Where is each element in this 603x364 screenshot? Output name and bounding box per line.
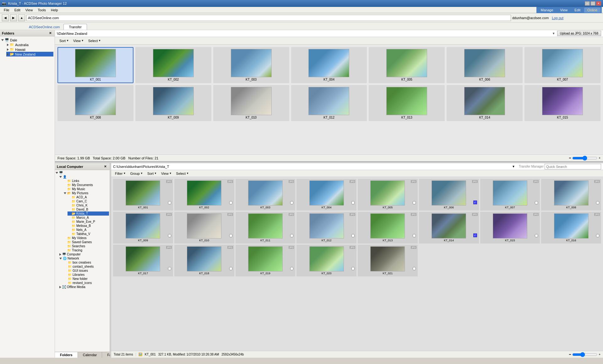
close-button[interactable]: ✕ <box>596 1 601 6</box>
local-folder-nelsa[interactable]: 📁 Nels_A <box>68 228 109 232</box>
local-thumb-KT_021[interactable]: JPG KT_021 <box>358 245 418 276</box>
local-folder-myvideos[interactable]: 📁 My Videos <box>63 236 109 240</box>
local-thumb-KT_011[interactable]: JPG KT_011 <box>236 212 296 244</box>
local-folder-tracing[interactable]: 📁 Tracing <box>63 248 109 252</box>
local-thumb-KT_002[interactable]: JPG KT_002 <box>174 179 234 211</box>
local-folder-melissab[interactable]: 📁 Melissa_B <box>68 224 109 228</box>
local-thumb-KT_012[interactable]: JPG KT_012 <box>296 212 356 244</box>
mode-tab-manage[interactable]: Manage <box>538 8 557 13</box>
thumb-checkbox-KT_020[interactable] <box>351 267 355 270</box>
mode-tab-edit[interactable]: Edit <box>571 8 584 13</box>
remote-thumb-KT_004[interactable]: KT_004 <box>291 47 367 83</box>
folder-dale[interactable]: 🖥️ Dale <box>1 38 53 42</box>
local-thumb-KT_005[interactable]: JPG KT_005 <box>358 179 418 211</box>
thumb-checkbox-KT_005[interactable] <box>413 201 416 204</box>
folder-hawaii[interactable]: 📁 Hawaii <box>6 47 53 52</box>
local-close-button[interactable]: ✕ <box>103 164 108 169</box>
local-thumb-KT_006[interactable]: JPG KT_006 ✓ <box>419 179 479 211</box>
local-thumb-KT_017[interactable]: JPG KT_017 <box>113 245 173 276</box>
menu-file[interactable]: File <box>1 8 12 13</box>
remote-thumb-KT_015[interactable]: KT_015 <box>524 85 600 121</box>
local-folder-acda[interactable]: 📁 ACD_A <box>68 195 109 199</box>
tab-acdsee-online[interactable]: ACDSeeOnline.com <box>25 24 63 30</box>
menu-view[interactable]: View <box>23 8 35 13</box>
local-folder-mydocs[interactable]: 📁 My Documents <box>63 183 109 187</box>
local-folder-chrisk[interactable]: 📁 Chris_K <box>68 203 109 207</box>
local-folder-kristat[interactable]: 📂 Krista_T <box>68 211 109 216</box>
local-folder-links[interactable]: 📁 Links <box>63 179 109 183</box>
local-thumb-KT_003[interactable]: JPG KT_003 <box>236 179 296 211</box>
local-thumb-KT_014[interactable]: JPG KT_014 ✓ <box>419 212 479 244</box>
zoom-slider-remote[interactable] <box>572 156 597 160</box>
local-thumb-KT_015[interactable]: JPG KT_015 <box>480 212 540 244</box>
local-folder-mymusic[interactable]: 📁 My Music <box>63 187 109 191</box>
folders-close-button[interactable]: ✕ <box>48 31 53 35</box>
local-folder-newfolder[interactable]: 📁 New folder <box>64 277 109 281</box>
local-select-button[interactable]: Select ▼ <box>174 171 191 176</box>
local-folder-davidb[interactable]: 📁 David_B <box>68 207 109 211</box>
tab-folders[interactable]: Folders <box>55 352 78 358</box>
filter-button[interactable]: Filter ▼ <box>113 171 128 176</box>
view-button[interactable]: View ▼ <box>71 38 86 43</box>
mode-tab-online[interactable]: Online <box>584 8 600 13</box>
mode-tab-view[interactable]: View <box>557 8 571 13</box>
local-group-button[interactable]: Group ▼ <box>128 171 145 176</box>
thumb-checkbox-KT_015[interactable] <box>535 234 538 237</box>
local-folder-libraries[interactable]: 📁 Libraries <box>64 273 109 277</box>
thumb-checkbox-KT_021[interactable] <box>413 267 416 270</box>
thumb-checkbox-KT_009[interactable] <box>168 234 171 237</box>
thumb-checkbox-KT_019[interactable] <box>290 267 293 270</box>
tab-calendar[interactable]: Calendar <box>78 352 102 358</box>
search-input[interactable] <box>545 164 601 169</box>
thumb-checkbox-KT_001[interactable] <box>168 201 171 204</box>
address-bar[interactable] <box>26 15 511 21</box>
zoom-in-remote[interactable]: + <box>599 156 600 160</box>
local-thumb-KT_019[interactable]: JPG KT_019 <box>236 245 296 276</box>
folder-australia[interactable]: 📁 Australia <box>6 42 53 47</box>
remote-thumb-KT_002[interactable]: KT_002 <box>135 47 211 83</box>
local-folder-boxcreatives[interactable]: 📁 box creatives <box>64 260 109 265</box>
remote-thumb-KT_014[interactable]: KT_014 <box>447 85 523 121</box>
menu-tools[interactable]: Tools <box>35 8 48 13</box>
local-path-dropdown[interactable]: ▼ <box>512 165 515 168</box>
thumb-checkbox-KT_002[interactable] <box>229 201 232 204</box>
local-folder-offlinemedia[interactable]: 💽 Offline Media <box>56 285 109 289</box>
thumb-checkbox-KT_008[interactable] <box>596 201 599 204</box>
local-folder-tabithav[interactable]: 📁 Tabitha_V <box>68 232 109 236</box>
folder-new-zealand[interactable]: 📂 New Zealand <box>6 52 53 56</box>
tab-transfer[interactable]: Transfer <box>63 24 87 30</box>
upload-button[interactable]: Upload as JPG: 1024 x 768 <box>557 31 601 36</box>
local-folder-guiissues[interactable]: 📁 GUI issues <box>64 269 109 273</box>
local-folder-computer[interactable]: 🖥️ Computer <box>56 252 109 256</box>
menu-help[interactable]: Help <box>48 8 61 13</box>
thumb-checkbox-KT_011[interactable] <box>290 234 293 237</box>
remote-thumb-KT_009[interactable]: KT_009 <box>135 85 211 121</box>
local-thumb-KT_016[interactable]: JPG KT_016 <box>541 212 601 244</box>
back-button[interactable]: ◀ <box>2 14 9 21</box>
local-thumb-KT_010[interactable]: JPG KT_010 <box>174 212 234 244</box>
remote-thumb-KT_008[interactable]: KT_008 <box>57 85 133 121</box>
local-thumb-KT_018[interactable]: JPG KT_018 <box>174 245 234 276</box>
local-thumb-KT_013[interactable]: JPG KT_013 <box>358 212 418 244</box>
local-folder-network[interactable]: 🌐 Network <box>56 256 109 260</box>
local-folder-contactsheets[interactable]: 📁 contact_sheets <box>64 265 109 269</box>
local-thumb-KT_020[interactable]: JPG KT_020 <box>296 245 356 276</box>
local-path-input[interactable] <box>113 165 511 169</box>
up-button[interactable]: ▲ <box>18 14 25 21</box>
thumb-checkbox-KT_004[interactable] <box>351 201 355 204</box>
thumb-checkbox-KT_018[interactable] <box>229 267 232 270</box>
zoom-out-local[interactable]: ━ <box>569 353 571 356</box>
thumb-checkbox-KT_013[interactable] <box>413 234 416 237</box>
local-folder-mypictures[interactable]: 📂 My Pictures <box>63 191 109 195</box>
logout-link[interactable]: Log out <box>552 16 563 20</box>
zoom-slider-local[interactable] <box>572 353 597 356</box>
local-folder-revisedicons[interactable]: 📁 revised_icons <box>64 281 109 285</box>
minimize-button[interactable]: ─ <box>585 1 590 6</box>
local-thumb-KT_004[interactable]: JPG KT_004 <box>296 179 356 211</box>
forward-button[interactable]: ▶ <box>10 14 17 21</box>
local-folder-marcoa[interactable]: 📁 Marco_A <box>68 216 109 220</box>
local-folder-searches[interactable]: 📁 Searches <box>63 244 109 248</box>
zoom-in-local[interactable]: + <box>599 353 600 356</box>
thumb-checkbox-KT_016[interactable] <box>596 234 599 237</box>
remote-thumb-KT_006[interactable]: KT_006 <box>447 47 523 83</box>
